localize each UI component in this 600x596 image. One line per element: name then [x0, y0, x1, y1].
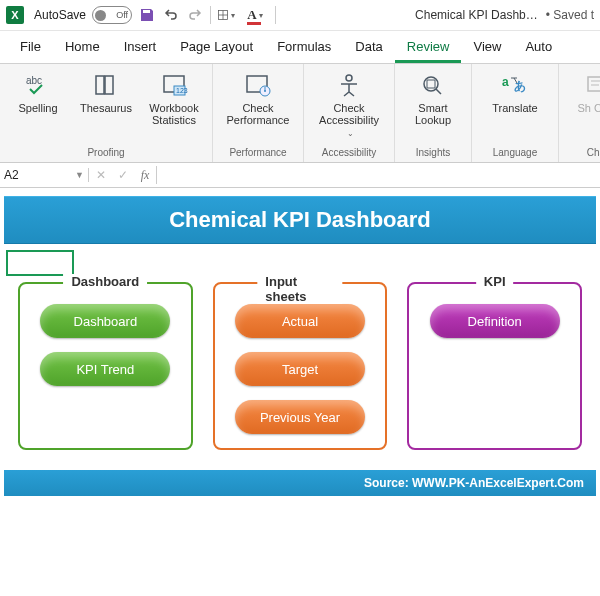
group-performance-label: Performance: [229, 145, 286, 160]
autosave-toggle[interactable]: AutoSave Off: [34, 6, 132, 24]
autosave-label: AutoSave: [34, 8, 86, 22]
panel-input-legend: Input sheets: [257, 274, 342, 304]
separator: [275, 6, 276, 24]
group-proofing-label: Proofing: [87, 145, 124, 160]
excel-logo-icon: X: [6, 6, 24, 24]
group-language-label: Language: [493, 145, 538, 160]
tab-file[interactable]: File: [8, 33, 53, 63]
svg-rect-12: [427, 80, 435, 88]
svg-rect-3: [105, 76, 113, 94]
redo-icon[interactable]: [186, 6, 204, 24]
check-accessibility-button[interactable]: Check Accessibility ⌄: [308, 68, 390, 142]
group-language: aあ Translate Language: [472, 64, 559, 162]
group-accessibility: Check Accessibility ⌄ Accessibility: [304, 64, 395, 162]
group-insights: Smart Lookup Insights: [395, 64, 472, 162]
separator: [210, 6, 211, 24]
thesaurus-button[interactable]: Thesaurus: [72, 68, 140, 116]
show-changes-button: Sh Chai: [563, 68, 600, 116]
chevron-down-icon: ▼: [75, 170, 84, 180]
svg-rect-15: [588, 77, 600, 91]
ribbon-tabs: File Home Insert Page Layout Formulas Da…: [0, 31, 600, 64]
workbook-statistics-label: Workbook Statistics: [146, 102, 202, 126]
fx-icon[interactable]: fx: [134, 168, 156, 183]
undo-icon[interactable]: [162, 6, 180, 24]
target-button[interactable]: Target: [235, 352, 365, 386]
autosave-state: Off: [116, 10, 128, 20]
check-accessibility-icon: [334, 70, 364, 100]
panel-dashboard-legend: Dashboard: [63, 274, 147, 289]
thesaurus-icon: [91, 70, 121, 100]
check-performance-button[interactable]: Check Performance: [217, 68, 299, 128]
svg-point-11: [424, 77, 438, 91]
svg-rect-2: [96, 76, 104, 94]
spelling-label: Spelling: [18, 102, 57, 114]
autosave-switch[interactable]: Off: [92, 6, 132, 24]
name-box-value: A2: [4, 168, 19, 182]
svg-point-9: [264, 90, 266, 92]
panel-dashboard: Dashboard Dashboard KPI Trend: [18, 282, 193, 450]
font-color-icon[interactable]: A▾: [241, 6, 269, 24]
svg-text:abc: abc: [26, 75, 42, 86]
previous-year-button[interactable]: Previous Year: [235, 400, 365, 434]
enter-formula-icon[interactable]: ✓: [112, 168, 134, 182]
worksheet: Chemical KPI Dashboard Dashboard Dashboa…: [4, 196, 596, 496]
tab-insert[interactable]: Insert: [112, 33, 169, 63]
workbook-statistics-button[interactable]: 123 Workbook Statistics: [140, 68, 208, 128]
panels-row: Dashboard Dashboard KPI Trend Input shee…: [4, 276, 596, 470]
translate-button[interactable]: aあ Translate: [476, 68, 554, 116]
tab-data[interactable]: Data: [343, 33, 394, 63]
save-icon[interactable]: [138, 6, 156, 24]
chevron-down-icon: ⌄: [347, 129, 354, 138]
cancel-formula-icon[interactable]: ✕: [90, 168, 112, 182]
smart-lookup-label: Smart Lookup: [405, 102, 461, 126]
tab-home[interactable]: Home: [53, 33, 112, 63]
svg-point-10: [346, 75, 352, 81]
show-changes-label: Sh Chai: [577, 102, 600, 114]
svg-text:123: 123: [176, 87, 188, 94]
document-title: Chemical KPI Dashb… • Saved t: [415, 8, 594, 22]
tab-review[interactable]: Review: [395, 33, 462, 63]
show-changes-icon: [582, 70, 600, 100]
svg-text:a: a: [502, 75, 509, 89]
actual-button[interactable]: Actual: [235, 304, 365, 338]
borders-icon[interactable]: ▾: [217, 6, 235, 24]
tab-automate[interactable]: Auto: [513, 33, 564, 63]
panel-kpi: KPI Definition: [407, 282, 582, 450]
panel-kpi-legend: KPI: [476, 274, 514, 289]
thesaurus-label: Thesaurus: [80, 102, 132, 114]
check-accessibility-label: Check Accessibility ⌄: [314, 102, 384, 140]
translate-label: Translate: [492, 102, 537, 114]
tab-view[interactable]: View: [461, 33, 513, 63]
dashboard-title: Chemical KPI Dashboard: [4, 196, 596, 244]
toggle-knob: [95, 10, 106, 21]
definition-button[interactable]: Definition: [430, 304, 560, 338]
quick-access-toolbar: X AutoSave Off ▾ A▾ Chemical KPI Dashb… …: [0, 0, 600, 31]
dashboard-footer: Source: WWW.PK-AnExcelExpert.Com: [4, 470, 596, 496]
worksheet-area[interactable]: Chemical KPI Dashboard Dashboard Dashboa…: [0, 188, 600, 500]
smart-lookup-button[interactable]: Smart Lookup: [399, 68, 467, 128]
translate-icon: aあ: [500, 70, 530, 100]
group-changes: Sh Chai Chai: [559, 64, 600, 162]
name-box[interactable]: A2 ▼: [0, 168, 89, 182]
doc-name[interactable]: Chemical KPI Dashb…: [415, 8, 538, 22]
spelling-icon: abc: [23, 70, 53, 100]
check-performance-icon: [243, 70, 273, 100]
panel-input-sheets: Input sheets Actual Target Previous Year: [213, 282, 388, 450]
dashboard-button[interactable]: Dashboard: [40, 304, 170, 338]
group-changes-label: Chai: [587, 145, 600, 160]
workbook-statistics-icon: 123: [159, 70, 189, 100]
tab-formulas[interactable]: Formulas: [265, 33, 343, 63]
check-performance-label: Check Performance: [223, 102, 293, 126]
group-proofing: abc Spelling Thesaurus 123 Workbook Stat…: [0, 64, 213, 162]
save-status: • Saved t: [546, 8, 594, 22]
group-performance: Check Performance Performance: [213, 64, 304, 162]
spelling-button[interactable]: abc Spelling: [4, 68, 72, 116]
group-accessibility-label: Accessibility: [322, 145, 376, 160]
group-insights-label: Insights: [416, 145, 450, 160]
selected-cell-A2[interactable]: [6, 250, 74, 276]
kpi-trend-button[interactable]: KPI Trend: [40, 352, 170, 386]
formula-bar: A2 ▼ ✕ ✓ fx: [0, 163, 600, 188]
smart-lookup-icon: [418, 70, 448, 100]
ribbon: abc Spelling Thesaurus 123 Workbook Stat…: [0, 64, 600, 163]
tab-page-layout[interactable]: Page Layout: [168, 33, 265, 63]
